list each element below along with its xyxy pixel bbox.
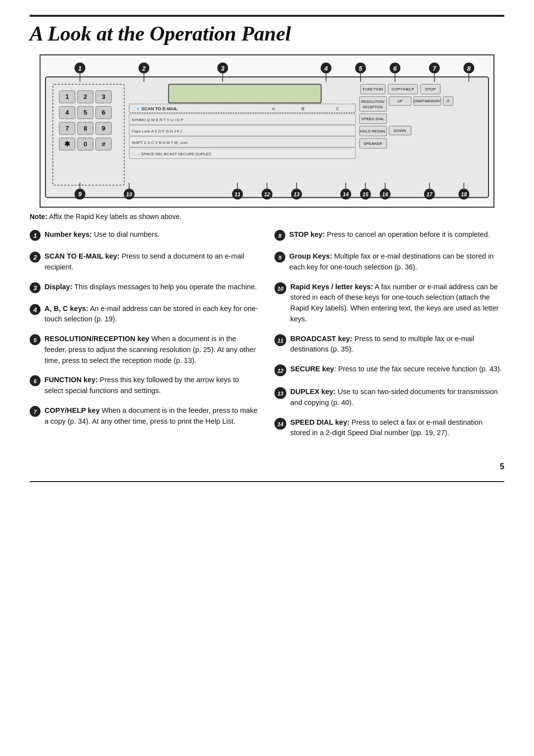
svg-text:9: 9 — [102, 125, 105, 132]
svg-text:'  ,  .  –  SPACE  DEL  BCAST : ' , . – SPACE DEL BCAST SECURE DUPLEX — [132, 152, 212, 156]
callout-3: 3 — [30, 282, 41, 295]
svg-text:RECEPTION: RECEPTION — [363, 105, 383, 109]
svg-rect-71 — [359, 96, 387, 111]
callout-6: 6 — [30, 375, 41, 388]
svg-text:📧: 📧 — [135, 106, 141, 112]
operation-panel-diagram: 1 2 3 4 5 6 7 8 1 2 — [40, 54, 494, 208]
desc-item-14: 14 SPEED DIAL key: Press to select a fax… — [274, 417, 504, 439]
bottom-rule — [30, 481, 504, 482]
callout-9: 9 — [274, 252, 285, 264]
desc-text-5: RESOLUTION/RECEPTION key When a document… — [44, 334, 260, 366]
desc-item-2: 2 SCAN TO E-MAIL key: Press to send a do… — [30, 251, 260, 273]
svg-text:14: 14 — [277, 421, 283, 427]
callout-13: 13 — [274, 387, 286, 400]
svg-text:10: 10 — [277, 285, 284, 291]
top-rule — [30, 15, 504, 17]
callout-10: 10 — [274, 282, 286, 296]
svg-text:13: 13 — [294, 191, 300, 197]
callout-1: 1 — [30, 230, 41, 242]
desc-text-6: FUNCTION key: Press this key followed by… — [44, 375, 260, 397]
desc-item-10: 10 Rapid Keys / letter keys: A fax numbe… — [274, 282, 504, 325]
svg-text:18: 18 — [461, 191, 467, 197]
page-number-row: 5 — [30, 462, 504, 471]
desc-item-4: 4 A, B, C keys: An e-mail address can be… — [30, 304, 260, 325]
desc-item-6: 6 FUNCTION key: Press this key followed … — [30, 375, 260, 397]
svg-text:2: 2 — [33, 254, 37, 261]
svg-text:5: 5 — [34, 337, 37, 343]
svg-text:Caps Lock  A  S  D  F  G  H  J: Caps Lock A S D F G H J K L — [132, 129, 183, 133]
svg-text:#: # — [102, 140, 105, 148]
svg-text:0: 0 — [84, 140, 87, 148]
svg-text:A: A — [446, 98, 449, 103]
svg-rect-56 — [169, 84, 321, 103]
svg-text:SPEED DIAL: SPEED DIAL — [361, 117, 385, 121]
desc-item-5: 5 RESOLUTION/RECEPTION key When a docume… — [30, 334, 260, 366]
svg-text:1: 1 — [78, 65, 82, 72]
right-column: 8 STOP key: Press to cancel an operation… — [274, 229, 504, 447]
desc-text-11: BROADCAST key: Press to send to multiple… — [290, 334, 504, 356]
callout-7: 7 — [30, 406, 41, 418]
left-column: 1 Number keys: Use to dial numbers. 2 SC… — [30, 229, 260, 447]
svg-text:5: 5 — [84, 109, 87, 116]
svg-text:HOLD REDIAL: HOLD REDIAL — [360, 129, 387, 133]
svg-text:✱: ✱ — [64, 140, 70, 148]
callout-8: 8 — [274, 230, 285, 242]
svg-text:2: 2 — [141, 65, 146, 72]
svg-text:16: 16 — [382, 191, 389, 197]
page-number: 5 — [500, 462, 504, 471]
svg-text:15: 15 — [362, 191, 369, 197]
svg-text:STOP: STOP — [425, 87, 436, 91]
svg-text:6: 6 — [34, 378, 37, 384]
descriptions-section: 1 Number keys: Use to dial numbers. 2 SC… — [30, 229, 504, 447]
svg-text:SCAN TO E-MAIL: SCAN TO E-MAIL — [141, 106, 178, 111]
svg-text:14: 14 — [343, 191, 349, 197]
note-line: Note: Affix the Rapid Key labels as show… — [30, 213, 504, 221]
svg-text:6: 6 — [102, 109, 105, 116]
desc-text-9: Group Keys: Multiple fax or e-mail desti… — [289, 251, 504, 273]
desc-item-11: 11 BROADCAST key: Press to send to multi… — [274, 334, 504, 356]
desc-text-7: COPY/HELP key When a document is in the … — [44, 405, 260, 427]
callout-14: 14 — [274, 418, 286, 431]
svg-text:C: C — [336, 106, 339, 111]
svg-text:5: 5 — [359, 65, 363, 72]
callout-5: 5 — [30, 334, 41, 347]
note-label: Note: — [30, 213, 47, 221]
svg-text:7: 7 — [65, 125, 69, 132]
desc-text-10: Rapid Keys / letter keys: A fax number o… — [290, 282, 504, 325]
svg-text:7: 7 — [34, 408, 37, 414]
svg-text:START/MEMORY: START/MEMORY — [413, 99, 441, 103]
svg-text:3: 3 — [221, 65, 225, 72]
desc-text-3: Display: This displays messages to help … — [44, 282, 257, 293]
note-text: Affix the Rapid Key labels as shown abov… — [47, 213, 181, 221]
callout-2: 2 — [30, 252, 41, 264]
svg-text:1: 1 — [33, 232, 37, 239]
desc-item-9: 9 Group Keys: Multiple fax or e-mail des… — [274, 251, 504, 273]
svg-text:SHIFT  Z  X  C  V  B  N  M  ? : SHIFT Z X C V B N M ? @ .com — [132, 140, 188, 145]
callout-4: 4 — [30, 304, 41, 316]
svg-text:3: 3 — [33, 284, 37, 291]
svg-text:2: 2 — [84, 93, 87, 100]
desc-text-1: Number keys: Use to dial numbers. — [44, 229, 160, 240]
svg-text:17: 17 — [426, 191, 433, 197]
svg-text:4: 4 — [65, 109, 69, 116]
svg-text:B: B — [302, 106, 305, 111]
svg-text:FUNCTION: FUNCTION — [363, 87, 383, 91]
svg-text:6: 6 — [393, 65, 397, 72]
desc-text-8: STOP key: Press to cancel an operation b… — [289, 229, 490, 240]
desc-item-7: 7 COPY/HELP key When a document is in th… — [30, 405, 260, 427]
svg-text:11: 11 — [277, 337, 283, 343]
callout-12: 12 — [274, 364, 286, 378]
page-title: A Look at the Operation Panel — [30, 22, 504, 45]
svg-text:8: 8 — [467, 65, 471, 72]
desc-text-13: DUPLEX key: Use to scan two-sided docume… — [290, 387, 504, 408]
svg-text:13: 13 — [277, 391, 283, 397]
callout-11: 11 — [274, 334, 286, 348]
svg-text:11: 11 — [234, 191, 240, 197]
svg-text:10: 10 — [126, 191, 132, 197]
desc-item-13: 13 DUPLEX key: Use to scan two-sided doc… — [274, 387, 504, 408]
desc-text-14: SPEED DIAL key: Press to select a fax or… — [290, 417, 504, 439]
panel-svg: 1 2 3 4 5 6 7 8 1 2 — [41, 57, 493, 205]
svg-text:SPEAKER: SPEAKER — [363, 141, 382, 146]
svg-text:SYMBO Q  W  E  R  T  Y  U  I  : SYMBO Q W E R T Y U I O P — [132, 118, 183, 122]
desc-item-1: 1 Number keys: Use to dial numbers. — [30, 229, 260, 242]
